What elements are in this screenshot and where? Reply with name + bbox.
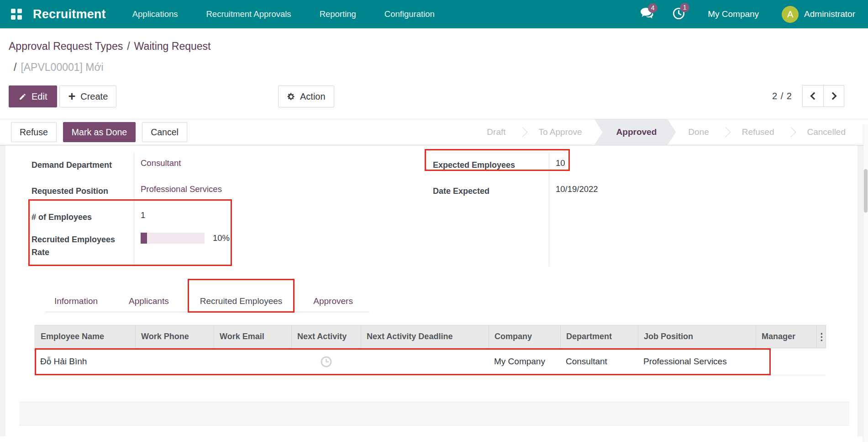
notebook: Information Applicants Recruited Employe… xyxy=(0,291,868,312)
action-button[interactable]: Action xyxy=(278,85,334,107)
field-grid: Demand Department Consultant Expected Em… xyxy=(32,153,868,266)
empty-list-row xyxy=(0,375,868,402)
activities-button[interactable]: 1 xyxy=(673,7,685,21)
column-work-phone[interactable]: Work Phone xyxy=(136,325,214,348)
menu-applications[interactable]: Applications xyxy=(132,9,178,19)
tab-approvers[interactable]: Approvers xyxy=(304,291,362,312)
status-step-draft[interactable]: Draft xyxy=(474,119,518,145)
column-next-activity-deadline[interactable]: Next Activity Deadline xyxy=(361,325,489,348)
table-options-button[interactable]: ⋮ xyxy=(817,325,826,348)
status-step-cancelled[interactable]: Cancelled xyxy=(795,119,858,145)
apps-grid-icon[interactable] xyxy=(11,9,22,20)
field-value-empty xyxy=(549,227,805,266)
chevron-left-icon xyxy=(810,92,818,100)
app-name[interactable]: Recruitment xyxy=(33,7,106,21)
field-value-empty xyxy=(549,205,805,227)
breadcrumb-current: [APVL00001] Mới xyxy=(16,61,103,73)
menu-reporting[interactable]: Reporting xyxy=(320,9,356,19)
column-company[interactable]: Company xyxy=(489,325,561,348)
cell-company: My Company xyxy=(489,357,560,367)
clock-icon xyxy=(320,356,332,368)
breadcrumb-list[interactable]: Waiting Request xyxy=(134,40,211,52)
field-value-requested-position[interactable]: Professional Services xyxy=(134,179,433,205)
cancel-button[interactable]: Cancel xyxy=(142,122,187,142)
notebook-tabs: Information Applicants Recruited Employe… xyxy=(45,291,369,312)
field-label-demand-department: Demand Department xyxy=(32,153,134,179)
control-panel: Approval Request Types/Waiting Request /… xyxy=(0,28,868,119)
column-job-position[interactable]: Job Position xyxy=(638,325,756,348)
user-name: Administrator xyxy=(804,9,855,19)
avatar: A xyxy=(782,6,799,23)
cell-job-position: Professional Services xyxy=(638,357,756,367)
systray: 4 1 My Company A Administrator xyxy=(641,6,855,23)
create-button[interactable]: + Create xyxy=(59,85,116,107)
user-menu[interactable]: A Administrator xyxy=(782,6,855,23)
recruited-rate-progressbar: 10% xyxy=(141,233,433,244)
actions-row: Edit + Create Action 2 / 2 xyxy=(9,85,856,108)
field-label-expected-employees: Expected Employees xyxy=(433,153,549,179)
status-step-to-approve[interactable]: To Approve xyxy=(526,119,594,145)
cell-department: Consultant xyxy=(560,357,638,367)
column-next-activity[interactable]: Next Activity xyxy=(292,325,361,348)
progress-track xyxy=(141,233,205,244)
messages-badge: 4 xyxy=(648,3,658,13)
form-sheet-area: Demand Department Consultant Expected Em… xyxy=(0,145,868,437)
messages-button[interactable]: 4 xyxy=(641,8,654,21)
create-button-label: Create xyxy=(80,91,108,102)
field-value-date-expected: 10/19/2022 xyxy=(549,179,805,205)
progress-fill xyxy=(141,233,147,244)
pencil-icon xyxy=(19,93,32,101)
cell-next-activity[interactable] xyxy=(291,356,361,368)
kebab-menu-icon: ⋮ xyxy=(817,331,826,342)
refuse-button[interactable]: Refuse xyxy=(11,122,57,142)
empty-list-row-striped xyxy=(19,402,849,426)
chevron-separator-icon xyxy=(517,127,527,138)
pager-buttons xyxy=(802,85,844,107)
form-sheet: Demand Department Consultant Expected Em… xyxy=(0,145,868,287)
statusbar-buttons: Refuse Mark as Done Cancel xyxy=(11,122,187,142)
tab-applicants[interactable]: Applicants xyxy=(120,291,178,312)
pager: 2 / 2 xyxy=(772,85,844,107)
status-step-done[interactable]: Done xyxy=(676,119,721,145)
field-value-demand-department[interactable]: Consultant xyxy=(134,153,433,179)
chevron-right-icon xyxy=(829,92,837,100)
company-switcher[interactable]: My Company xyxy=(708,9,759,19)
status-step-refused[interactable]: Refused xyxy=(730,119,787,145)
field-value-expected-employees: 10 xyxy=(549,153,805,179)
tab-information[interactable]: Information xyxy=(45,291,107,312)
vertical-scrollbar[interactable] xyxy=(863,124,868,442)
column-manager[interactable]: Manager xyxy=(756,325,817,348)
field-label-requested-position: Requested Position xyxy=(32,179,134,205)
chevron-separator-icon xyxy=(720,127,731,138)
edit-button-label: Edit xyxy=(32,91,47,102)
menu-recruitment-approvals[interactable]: Recruitment Approvals xyxy=(206,9,291,19)
field-value-recruited-employees-rate: 10% xyxy=(134,227,433,266)
statusbar: Refuse Mark as Done Cancel Draft To Appr… xyxy=(0,119,868,145)
field-label-empty xyxy=(433,227,549,266)
menu-configuration[interactable]: Configuration xyxy=(384,9,435,19)
table-header-row: Employee Name Work Phone Work Email Next… xyxy=(35,325,826,348)
column-work-email[interactable]: Work Email xyxy=(214,325,292,348)
action-button-label: Action xyxy=(300,91,326,102)
recruited-employees-table: Employee Name Work Phone Work Email Next… xyxy=(35,325,826,375)
mark-as-done-button[interactable]: Mark as Done xyxy=(63,122,136,142)
field-label-number-of-employees: # of Employees xyxy=(32,205,134,227)
field-value-number-of-employees: 1 xyxy=(134,205,433,227)
gear-icon xyxy=(287,92,300,101)
tab-recruited-employees[interactable]: Recruited Employees xyxy=(191,291,292,312)
column-department[interactable]: Department xyxy=(561,325,638,348)
progress-percent-label: 10% xyxy=(213,233,230,243)
pager-next-button[interactable] xyxy=(823,85,844,107)
table-row[interactable]: Đỗ Hải Bình My Company Consultant Profes… xyxy=(35,348,826,375)
status-steps: Draft To Approve Approved Done Refused C… xyxy=(474,119,858,145)
field-label-date-expected: Date Expected xyxy=(433,179,549,205)
scrollbar-thumb[interactable] xyxy=(864,169,868,213)
status-step-approved[interactable]: Approved xyxy=(594,119,676,145)
column-employee-name[interactable]: Employee Name xyxy=(35,325,136,348)
breadcrumb-separator: / xyxy=(123,40,134,52)
chevron-separator-icon xyxy=(785,127,796,138)
breadcrumb-parent[interactable]: Approval Request Types xyxy=(9,40,123,52)
pager-previous-button[interactable] xyxy=(803,85,823,107)
pager-value: 2 / 2 xyxy=(772,91,792,101)
edit-button[interactable]: Edit xyxy=(9,85,57,107)
